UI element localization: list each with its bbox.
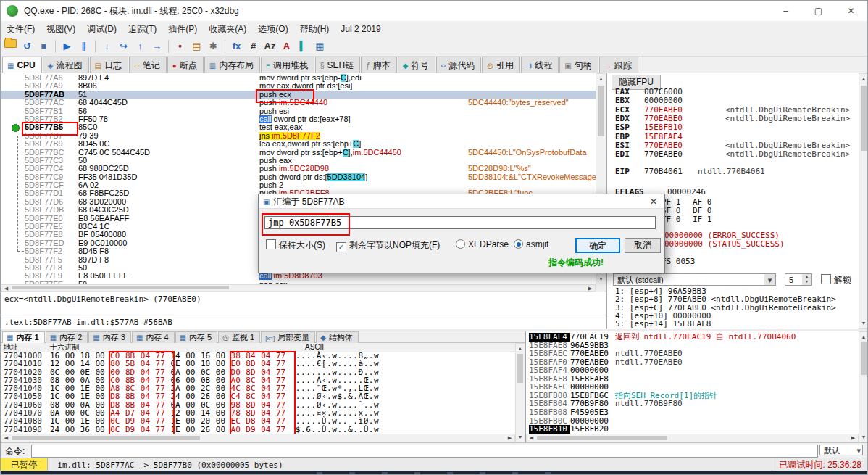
dump-row-77041030[interactable]: 7704103008000A00C08B047706000800A08C0477… bbox=[1, 376, 515, 384]
arg-row-5[interactable]: 5: [esp+14] 15E8FAE8 bbox=[615, 320, 711, 328]
disasm-row-5D8F77AB[interactable]: 5D8F77AB51push ecx bbox=[1, 91, 596, 99]
bottom-tab-内存 3[interactable]: ▦内存 3 bbox=[88, 331, 131, 343]
tab-引用[interactable]: ◎引用 bbox=[482, 57, 520, 73]
step-out-icon[interactable]: ↑ bbox=[132, 38, 149, 54]
disasm-row-5D8F77C4[interactable]: 5D8F77C468 988DC25Dpush im.5DC28D985DC28… bbox=[1, 165, 596, 173]
taskbar-icon[interactable] bbox=[349, 472, 355, 475]
run-icon[interactable]: ▶ bbox=[59, 38, 75, 54]
tab-符号[interactable]: ◆符号 bbox=[398, 57, 435, 73]
restart-icon[interactable]: ↺ bbox=[19, 38, 36, 54]
step-over-icon[interactable]: ↪ bbox=[115, 38, 132, 54]
menu-item-1[interactable]: 视图(V) bbox=[41, 21, 81, 37]
log-icon[interactable]: ▤ bbox=[188, 38, 205, 54]
scroll-thumb[interactable] bbox=[12, 436, 200, 440]
dump-hscrollbar[interactable]: ◀ ▶ bbox=[1, 434, 515, 442]
az-icon[interactable]: Az bbox=[262, 38, 278, 54]
disasm-row-5D8F77A9[interactable]: 5D8F77A98B06mov eax,dword ptr ds:[esi] bbox=[1, 82, 596, 90]
disasm-hscrollbar[interactable]: ◀ ▶ bbox=[1, 284, 596, 292]
dump-vscrollbar[interactable]: ▲ ▼ bbox=[515, 343, 525, 442]
menu-item-5[interactable]: 收藏夹(A) bbox=[203, 21, 252, 37]
dialog-close-icon[interactable]: ✕ bbox=[643, 194, 664, 209]
disasm-row-5D8F77B5[interactable]: 5D8F77B585C0test eax,eax bbox=[1, 123, 596, 131]
command-mode-select[interactable]: 默认▾ bbox=[819, 445, 863, 455]
breakpoint-dot[interactable] bbox=[12, 124, 20, 132]
command-input[interactable] bbox=[31, 445, 818, 458]
dump-row-77041080[interactable]: 770410801C001E000CD904771E002000ECD80477… bbox=[1, 417, 515, 425]
dump-row-77041050[interactable]: 770410501C001E00D88B047724002600C48C0477… bbox=[1, 392, 515, 400]
taskbar-icon[interactable] bbox=[480, 472, 485, 475]
maximize-button[interactable]: ▢ bbox=[802, 1, 835, 21]
taskbar-icon[interactable] bbox=[512, 472, 518, 475]
register-EBX[interactable]: EBX00000000 bbox=[607, 96, 859, 105]
menu-item-4[interactable]: 插件(P) bbox=[162, 21, 203, 37]
register-EIP[interactable]: EIP770B4061ntdll.770B4061 bbox=[607, 168, 859, 176]
calling-convention-select[interactable]: 默认 (stdcall)▾ bbox=[613, 273, 776, 286]
tab-SEH链[interactable]: §SEH链 bbox=[315, 57, 360, 73]
dump-row-77041090[interactable]: 77041090240036000CD904771E002600A0D90477… bbox=[1, 426, 515, 434]
scroll-right-icon[interactable]: ▶ bbox=[848, 434, 858, 442]
stack-row-15E8FAF4[interactable]: 15E8FAF400000000 bbox=[526, 366, 859, 375]
xedparse-radio[interactable]: XEDParse bbox=[456, 239, 509, 249]
scroll-thumb[interactable] bbox=[537, 436, 667, 440]
bottom-tab-内存 2[interactable]: ▦内存 2 bbox=[46, 331, 88, 343]
taskbar-icon[interactable] bbox=[447, 472, 453, 475]
highlight-icon[interactable]: ▍ bbox=[295, 38, 312, 54]
scroll-up-icon[interactable]: ▲ bbox=[516, 344, 525, 353]
cancel-button[interactable]: 取消 bbox=[625, 238, 661, 253]
registers-vscrollbar[interactable]: ▲ ▼ bbox=[859, 73, 868, 329]
dump-row-77041060[interactable]: 7704106008000A00D88B04770A000C00988D0477… bbox=[1, 401, 515, 409]
disasm-row-5D8F77F9[interactable]: 5D8F77F9E8 050FFEFFcall im.5D8D8703 bbox=[1, 272, 596, 280]
scroll-up-icon[interactable]: ▲ bbox=[859, 74, 868, 83]
menu-item-2[interactable]: 调试(D) bbox=[81, 21, 122, 37]
tab-源代码[interactable]: ‹›源代码 bbox=[436, 57, 482, 73]
scroll-left-icon[interactable]: ◀ bbox=[1, 285, 11, 291]
tab-跟踪[interactable]: →跟踪 bbox=[599, 57, 638, 73]
register-EDX[interactable]: EDX770EABE0<ntdll.DbgUiRemoteBreakin> bbox=[607, 115, 859, 123]
hash-icon[interactable]: # bbox=[245, 38, 262, 54]
dump-row-77041070[interactable]: 770410700A000C00A4D7047712001400788D0477… bbox=[1, 409, 515, 417]
taskbar-icon[interactable] bbox=[545, 472, 551, 475]
arg-count-spinner[interactable]: 5▴▾ bbox=[785, 273, 812, 286]
tab-句柄[interactable]: ▣句柄 bbox=[559, 57, 598, 73]
tab-笔记[interactable]: ▱笔记 bbox=[129, 57, 167, 73]
monitor-icon[interactable]: ▦ bbox=[312, 38, 328, 54]
scroll-left-icon[interactable]: ◀ bbox=[527, 434, 536, 442]
disasm-row-5D8F77B7[interactable]: 5D8F77B779 39jns im.5D8F77F2 bbox=[1, 132, 596, 140]
scroll-up-icon[interactable]: ▲ bbox=[859, 332, 868, 342]
disasm-row-5D8F77CF[interactable]: 5D8F77CF6A 02push 2 bbox=[1, 181, 596, 189]
disasm-row-5D8F77B2[interactable]: 5D8F77B2FF50 78call dword ptr ds:[eax+78… bbox=[1, 115, 596, 123]
tab-内存布局[interactable]: ▥内存布局 bbox=[204, 57, 260, 73]
register-EBP[interactable]: EBP15E8FAE4 bbox=[607, 133, 859, 141]
tab-日志[interactable]: ▤日志 bbox=[90, 57, 128, 73]
tab-流程图[interactable]: ◈流程图 bbox=[43, 57, 89, 73]
nop-fill-checkbox[interactable]: ✓剩余字节以NOP填充(F) bbox=[336, 239, 440, 252]
stack-vscrollbar[interactable]: ▲ ▼ bbox=[859, 331, 868, 442]
disasm-row-5D8F77B1[interactable]: 5D8F77B156push esi bbox=[1, 107, 596, 115]
stack-row-15E8FAEC[interactable]: 15E8FAEC770EABE0ntdll.770EABE0 bbox=[526, 350, 859, 358]
menu-item-3[interactable]: 追踪(T) bbox=[122, 21, 162, 37]
tab-CPU[interactable]: ▦CPU bbox=[2, 57, 42, 73]
keep-size-checkbox[interactable]: 保持大小(S) bbox=[266, 239, 325, 252]
disasm-row-5D8F77BC[interactable]: 5D8F77BCC745 0C 5044C45Dmov dword ptr ss… bbox=[1, 149, 596, 157]
tab-断点[interactable]: ●断点 bbox=[167, 57, 204, 73]
scroll-down-icon[interactable]: ▼ bbox=[516, 432, 525, 442]
stack-hscrollbar[interactable]: ◀ ▶ bbox=[526, 434, 859, 442]
disasm-row-5D8F77A6[interactable]: 5D8F77A6897D F4mov dword ptr ss:[ebp-C],… bbox=[1, 74, 596, 82]
scroll-left-icon[interactable]: ◀ bbox=[1, 434, 11, 442]
dump-row-77041010[interactable]: 7704101012001400805B04770E001000E08D0477… bbox=[1, 360, 515, 368]
scroll-down-icon[interactable]: ▼ bbox=[859, 432, 868, 442]
ok-button[interactable]: 确定 bbox=[575, 238, 620, 253]
step-into-icon[interactable]: ↓ bbox=[99, 38, 115, 54]
arg-row-2[interactable]: 2: [esp+8] 770EABE0 <ntdll.DbgUiRemoteBr… bbox=[615, 295, 836, 303]
bottom-tab-监视 1[interactable]: ◎监视 1 bbox=[218, 331, 260, 343]
taskbar-icon[interactable] bbox=[317, 472, 322, 475]
breakpoint-icon[interactable]: ▪ bbox=[172, 38, 188, 54]
register-EDI[interactable]: EDI770EABE0<ntdll.DbgUiRemoteBreakin> bbox=[607, 150, 859, 159]
stop-icon[interactable]: ■ bbox=[36, 38, 52, 54]
dump-row-77041000[interactable]: 7704100016001800C08B04771400160038840477… bbox=[1, 352, 515, 360]
scroll-thumb[interactable] bbox=[12, 286, 229, 289]
menu-item-6[interactable]: 选项(O) bbox=[252, 21, 293, 37]
stack-row-15E8FB10[interactable]: 15E8FB1015E8FB20 bbox=[526, 425, 859, 434]
fx-icon[interactable]: fx bbox=[228, 38, 245, 54]
scroll-down-icon[interactable]: ▼ bbox=[596, 274, 606, 284]
